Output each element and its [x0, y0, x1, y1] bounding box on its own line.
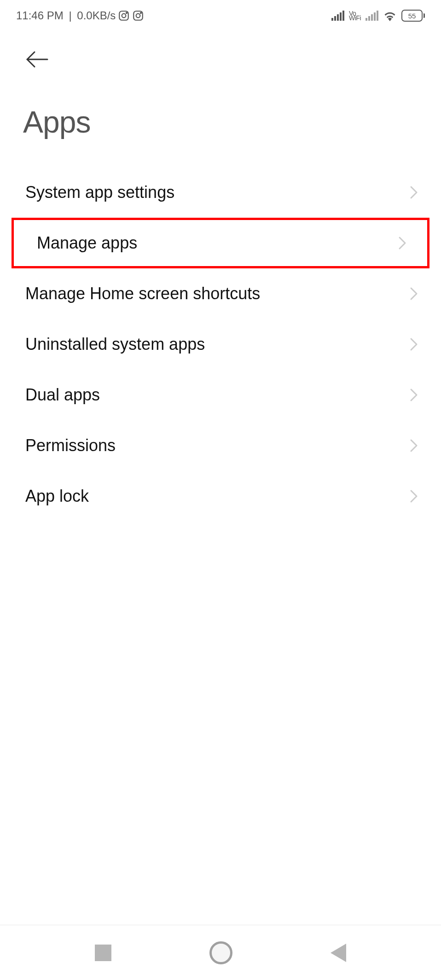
- list-item-label: Dual apps: [25, 385, 100, 405]
- statusbar-network-speed: 0.0KB/s: [77, 9, 116, 22]
- chevron-right-icon: [410, 287, 418, 301]
- android-navbar: [0, 925, 441, 980]
- chevron-right-icon: [410, 489, 418, 503]
- statusbar-time: 11:46 PM: [16, 9, 64, 22]
- list-item-label: Permissions: [25, 436, 116, 455]
- statusbar-right: VoWiFi 55: [331, 10, 425, 22]
- instagram-icon: [118, 10, 130, 22]
- list-item-system-app-settings[interactable]: System app settings: [0, 167, 441, 218]
- list-item-app-lock[interactable]: App lock: [0, 471, 441, 522]
- back-arrow-icon[interactable]: [25, 51, 48, 68]
- chevron-right-icon: [410, 186, 418, 199]
- list-item-dual-apps[interactable]: Dual apps: [0, 370, 441, 420]
- vowifi-label: VoWiFi: [349, 11, 361, 20]
- header-nav: [0, 30, 441, 70]
- wifi-icon: [383, 10, 397, 21]
- list-item-label: Manage Home screen shortcuts: [25, 284, 260, 303]
- list-item-manage-apps[interactable]: Manage apps: [12, 218, 429, 268]
- list-item-manage-home-shortcuts[interactable]: Manage Home screen shortcuts: [0, 268, 441, 319]
- instagram-icon: [132, 10, 144, 22]
- signal-bars-icon: [366, 11, 378, 21]
- list-item-label: App lock: [25, 487, 89, 506]
- svg-point-4: [136, 14, 140, 18]
- battery-icon: 55: [401, 10, 425, 22]
- statusbar-left: 11:46 PM | 0.0KB/s: [16, 9, 144, 22]
- chevron-right-icon: [410, 337, 418, 351]
- chevron-right-icon: [398, 236, 406, 250]
- nav-home-icon[interactable]: [209, 941, 232, 964]
- statusbar: 11:46 PM | 0.0KB/s VoWiFi: [0, 0, 441, 30]
- list-item-permissions[interactable]: Permissions: [0, 420, 441, 471]
- signal-bars-icon: [331, 11, 344, 21]
- settings-list: System app settings Manage apps Manage H…: [0, 167, 441, 522]
- list-item-label: System app settings: [25, 183, 174, 202]
- nav-recents-icon[interactable]: [95, 945, 111, 961]
- battery-level: 55: [401, 10, 423, 22]
- chevron-right-icon: [410, 439, 418, 452]
- nav-back-icon[interactable]: [331, 944, 346, 962]
- chevron-right-icon: [410, 388, 418, 402]
- svg-point-2: [126, 12, 127, 13]
- svg-point-1: [122, 14, 126, 18]
- statusbar-separator: |: [66, 9, 75, 22]
- page-title: Apps: [0, 70, 441, 167]
- svg-point-5: [140, 12, 141, 13]
- list-item-label: Manage apps: [37, 233, 137, 253]
- list-item-label: Uninstalled system apps: [25, 335, 205, 354]
- list-item-uninstalled-system-apps[interactable]: Uninstalled system apps: [0, 319, 441, 370]
